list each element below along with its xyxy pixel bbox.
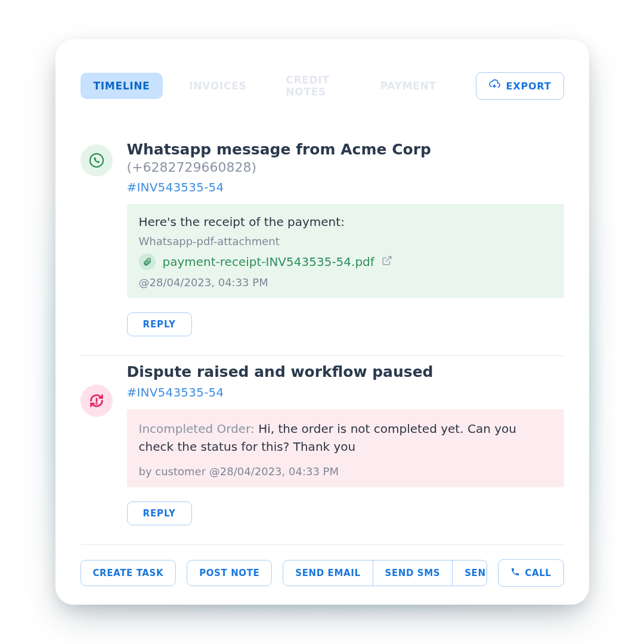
whatsapp-icon xyxy=(80,144,113,177)
tab-timeline[interactable]: TIMELINE xyxy=(80,73,163,99)
tab-payment[interactable]: PAYMENT xyxy=(367,73,450,99)
attachment-type-label: Whatsapp-pdf-attachment xyxy=(139,235,552,247)
phone-icon xyxy=(510,567,520,579)
call-label: CALL xyxy=(525,568,551,578)
timeline-item: Whatsapp message from Acme Corp (+628272… xyxy=(80,134,564,353)
external-link-icon[interactable] xyxy=(382,255,392,268)
item-title: Whatsapp message from Acme Corp (+628272… xyxy=(127,141,564,175)
svg-point-2 xyxy=(96,403,97,404)
message-bubble: Incompleted Order: Hi, the order is not … xyxy=(127,409,564,487)
invoice-link[interactable]: #INV543535-54 xyxy=(127,385,564,400)
send-button-group: SEND EMAIL SEND SMS SEND WHATSAPP xyxy=(283,560,487,586)
timeline-list: Whatsapp message from Acme Corp (+628272… xyxy=(80,134,564,587)
cloud-download-icon xyxy=(488,79,500,93)
create-task-button[interactable]: CREATE TASK xyxy=(80,560,177,586)
phone-number: (+6282729660828) xyxy=(127,160,257,175)
message-bubble: Here's the receipt of the payment: Whats… xyxy=(127,204,564,298)
post-note-button[interactable]: POST NOTE xyxy=(187,560,272,586)
svg-point-0 xyxy=(89,154,103,167)
export-button[interactable]: EXPORT xyxy=(476,72,564,100)
card-panel: TIMELINE INVOICES CREDIT NOTES PAYMENT E… xyxy=(55,39,589,605)
reply-button[interactable]: REPLY xyxy=(127,501,192,525)
title-text: Whatsapp message from Acme Corp xyxy=(127,141,431,158)
dispute-lead-label: Incompleted Order: xyxy=(139,422,259,436)
action-bar: CREATE TASK POST NOTE SEND EMAIL SEND SM… xyxy=(80,559,564,587)
message-text: Here's the receipt of the payment: xyxy=(139,215,552,229)
paperclip-icon xyxy=(139,253,156,270)
send-whatsapp-button[interactable]: SEND WHATSAPP xyxy=(452,561,487,586)
invoice-link[interactable]: #INV543535-54 xyxy=(127,180,564,194)
tab-invoices[interactable]: INVOICES xyxy=(176,73,259,99)
export-label: EXPORT xyxy=(506,80,552,92)
dispute-icon xyxy=(80,385,113,417)
divider xyxy=(80,544,564,545)
call-button[interactable]: CALL xyxy=(498,559,564,587)
reply-button[interactable]: REPLY xyxy=(127,312,192,336)
tab-credit-notes[interactable]: CREDIT NOTES xyxy=(273,67,354,105)
send-email-button[interactable]: SEND EMAIL xyxy=(283,561,372,586)
timeline-item: Dispute raised and workflow paused #INV5… xyxy=(80,356,564,542)
send-sms-button[interactable]: SEND SMS xyxy=(373,561,453,586)
timestamp: @28/04/2023, 04:33 PM xyxy=(139,276,552,289)
item-title: Dispute raised and workflow paused xyxy=(127,363,564,380)
dispute-text: Incompleted Order: Hi, the order is not … xyxy=(139,420,552,456)
byline: by customer @28/04/2023, 04:33 PM xyxy=(139,465,552,478)
attachment-link[interactable]: payment-receipt-INV543535-54.pdf xyxy=(163,255,374,269)
tabs-row: TIMELINE INVOICES CREDIT NOTES PAYMENT E… xyxy=(80,67,564,105)
attachment-row: payment-receipt-INV543535-54.pdf xyxy=(139,253,552,270)
